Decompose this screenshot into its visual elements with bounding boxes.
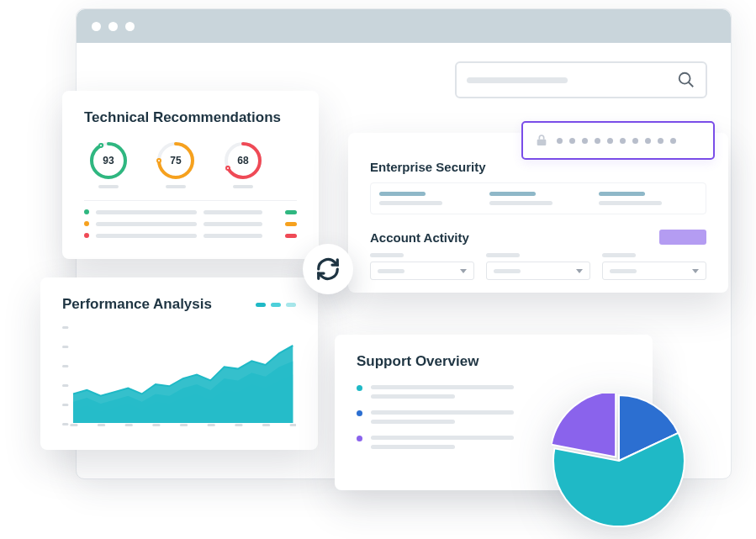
gauge: 68 [224, 141, 262, 188]
svg-point-0 [679, 73, 690, 84]
gauge-label-line [233, 185, 253, 188]
svg-rect-13 [62, 423, 68, 425]
gauge-value: 75 [156, 141, 195, 180]
window-control-maximize[interactable] [125, 22, 135, 31]
list-item [84, 209, 297, 214]
activity-badge[interactable] [659, 230, 706, 245]
svg-rect-12 [62, 404, 68, 406]
activity-filter-dropdown[interactable] [370, 253, 474, 280]
svg-rect-15 [98, 424, 105, 426]
enterprise-security-title: Enterprise Security [370, 160, 706, 174]
gauge-value: 93 [89, 141, 128, 180]
lock-icon [535, 134, 548, 147]
window-control-close[interactable] [92, 22, 101, 31]
legend-swatch [256, 303, 266, 307]
svg-rect-10 [62, 365, 68, 367]
account-activity-title: Account Activity [370, 230, 469, 245]
gauge-label-line [98, 185, 119, 188]
gauge-label-line [166, 185, 186, 188]
security-activity-card: Enterprise Security Account Activity [348, 133, 728, 293]
activity-filter-dropdown[interactable] [486, 253, 590, 280]
activity-dropdowns [370, 253, 706, 280]
legend-swatch [286, 303, 296, 307]
tech-gauges: 93 75 68 [84, 141, 297, 188]
list-item [84, 221, 297, 226]
search-input[interactable] [455, 61, 707, 98]
bullet-icon [357, 436, 362, 441]
performance-legend [256, 303, 296, 307]
security-fields [370, 182, 706, 214]
password-masked-value [557, 138, 676, 144]
svg-rect-20 [235, 424, 242, 426]
bullet-icon [84, 221, 89, 226]
support-overview-card: Support Overview [335, 335, 653, 490]
support-pie-chart [552, 394, 686, 528]
search-icon [677, 71, 695, 89]
performance-analysis-card: Performance Analysis [40, 277, 318, 450]
support-title: Support Overview [357, 353, 631, 370]
list-item [84, 233, 297, 238]
bullet-icon [84, 233, 89, 238]
chevron-down-icon [692, 269, 699, 273]
refresh-icon [315, 256, 341, 282]
svg-rect-11 [62, 384, 68, 387]
technical-recommendations-card: Technical Recommendations 93 75 68 [62, 91, 319, 259]
performance-title: Performance Analysis [62, 296, 212, 313]
gauge-value: 68 [224, 141, 262, 180]
svg-rect-19 [208, 424, 215, 426]
svg-rect-9 [62, 346, 68, 348]
tech-title: Technical Recommendations [84, 109, 297, 126]
gauge: 75 [156, 141, 195, 188]
gauge-handle [156, 158, 161, 163]
svg-rect-23 [537, 140, 547, 145]
bullet-icon [84, 209, 89, 214]
refresh-button[interactable] [303, 244, 353, 294]
svg-rect-16 [125, 424, 133, 426]
search-placeholder-line [467, 77, 568, 83]
tech-bullet-list [84, 200, 297, 238]
password-field[interactable] [521, 121, 715, 160]
window-control-minimize[interactable] [108, 22, 118, 31]
svg-rect-21 [262, 424, 270, 426]
window-titlebar [77, 9, 731, 43]
svg-rect-22 [290, 424, 296, 426]
svg-line-1 [689, 82, 694, 87]
activity-filter-dropdown[interactable] [602, 253, 706, 280]
svg-rect-8 [62, 326, 68, 329]
chevron-down-icon [460, 269, 467, 273]
performance-area-chart [62, 321, 296, 426]
chevron-down-icon [576, 269, 583, 273]
gauge: 93 [89, 141, 128, 188]
bullet-icon [357, 410, 362, 416]
svg-rect-14 [70, 424, 77, 426]
gauge-handle [225, 166, 230, 171]
svg-rect-17 [152, 424, 160, 426]
svg-rect-18 [180, 424, 188, 426]
legend-swatch [271, 303, 281, 307]
bullet-icon [357, 385, 362, 391]
